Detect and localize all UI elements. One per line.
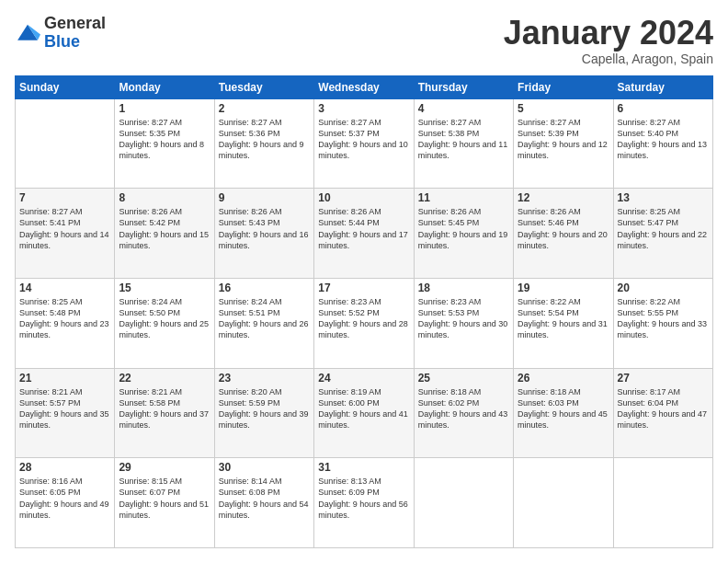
day-info: Sunrise: 8:21 AMSunset: 5:57 PMDaylight:… xyxy=(19,386,110,431)
day-number: 5 xyxy=(518,102,609,115)
calendar-cell: 2Sunrise: 8:27 AMSunset: 5:36 PMDaylight… xyxy=(214,98,313,189)
day-number: 18 xyxy=(418,282,509,294)
calendar-cell: 3Sunrise: 8:27 AMSunset: 5:37 PMDaylight… xyxy=(314,98,414,189)
calendar-cell: 12Sunrise: 8:26 AMSunset: 5:46 PMDayligh… xyxy=(514,189,613,279)
calendar-cell: 14Sunrise: 8:25 AMSunset: 5:48 PMDayligh… xyxy=(16,278,115,368)
weekday-header-monday: Monday xyxy=(115,75,214,98)
calendar-cell: 13Sunrise: 8:25 AMSunset: 5:47 PMDayligh… xyxy=(613,189,712,279)
day-info: Sunrise: 8:18 AMSunset: 6:02 PMDaylight:… xyxy=(418,386,509,431)
title-block: January 2024 Capella, Aragon, Spain xyxy=(504,15,713,66)
day-info: Sunrise: 8:26 AMSunset: 5:44 PMDaylight:… xyxy=(318,206,409,251)
calendar-cell: 8Sunrise: 8:26 AMSunset: 5:42 PMDaylight… xyxy=(115,189,214,279)
calendar-cell: 27Sunrise: 8:17 AMSunset: 6:04 PMDayligh… xyxy=(613,368,712,458)
day-number: 9 xyxy=(219,191,310,204)
calendar-cell: 4Sunrise: 8:27 AMSunset: 5:38 PMDaylight… xyxy=(414,98,513,189)
day-info: Sunrise: 8:25 AMSunset: 5:47 PMDaylight:… xyxy=(618,206,709,251)
calendar-cell xyxy=(16,98,115,189)
day-info: Sunrise: 8:13 AMSunset: 6:09 PMDaylight:… xyxy=(318,476,409,521)
location-subtitle: Capella, Aragon, Spain xyxy=(504,52,713,66)
day-number: 15 xyxy=(119,282,210,294)
day-number: 14 xyxy=(19,282,110,294)
day-number: 19 xyxy=(518,282,609,294)
calendar-cell: 10Sunrise: 8:26 AMSunset: 5:44 PMDayligh… xyxy=(314,189,414,279)
day-info: Sunrise: 8:27 AMSunset: 5:41 PMDaylight:… xyxy=(19,206,110,251)
calendar-cell: 22Sunrise: 8:21 AMSunset: 5:58 PMDayligh… xyxy=(115,368,214,458)
day-info: Sunrise: 8:24 AMSunset: 5:51 PMDaylight:… xyxy=(219,296,310,341)
day-info: Sunrise: 8:26 AMSunset: 5:42 PMDaylight:… xyxy=(119,206,210,251)
day-number: 1 xyxy=(119,102,210,115)
day-info: Sunrise: 8:22 AMSunset: 5:55 PMDaylight:… xyxy=(618,296,709,341)
logo-icon xyxy=(15,20,40,46)
day-info: Sunrise: 8:25 AMSunset: 5:48 PMDaylight:… xyxy=(19,296,110,341)
day-number: 21 xyxy=(19,372,110,385)
weekday-header-wednesday: Wednesday xyxy=(314,75,414,98)
day-number: 27 xyxy=(618,372,709,385)
calendar-week-row: 21Sunrise: 8:21 AMSunset: 5:57 PMDayligh… xyxy=(16,368,713,458)
day-number: 6 xyxy=(618,102,709,115)
day-info: Sunrise: 8:27 AMSunset: 5:40 PMDaylight:… xyxy=(618,117,709,162)
day-info: Sunrise: 8:27 AMSunset: 5:36 PMDaylight:… xyxy=(219,117,310,162)
calendar-cell: 28Sunrise: 8:16 AMSunset: 6:05 PMDayligh… xyxy=(16,458,115,548)
day-number: 13 xyxy=(618,191,709,204)
day-number: 23 xyxy=(219,372,310,385)
calendar-cell: 29Sunrise: 8:15 AMSunset: 6:07 PMDayligh… xyxy=(115,458,214,548)
weekday-header-row: SundayMondayTuesdayWednesdayThursdayFrid… xyxy=(16,75,713,98)
calendar-cell: 9Sunrise: 8:26 AMSunset: 5:43 PMDaylight… xyxy=(214,189,313,279)
day-number: 22 xyxy=(119,372,210,385)
logo: General Blue xyxy=(15,15,106,52)
calendar-week-row: 28Sunrise: 8:16 AMSunset: 6:05 PMDayligh… xyxy=(16,458,713,548)
day-info: Sunrise: 8:27 AMSunset: 5:37 PMDaylight:… xyxy=(318,117,409,162)
day-info: Sunrise: 8:26 AMSunset: 5:43 PMDaylight:… xyxy=(219,206,310,251)
day-info: Sunrise: 8:27 AMSunset: 5:39 PMDaylight:… xyxy=(518,117,609,162)
day-number: 31 xyxy=(318,461,409,474)
calendar-cell: 1Sunrise: 8:27 AMSunset: 5:35 PMDaylight… xyxy=(115,98,214,189)
day-number: 30 xyxy=(219,461,310,474)
calendar-cell: 6Sunrise: 8:27 AMSunset: 5:40 PMDaylight… xyxy=(613,98,712,189)
month-title: January 2024 xyxy=(504,15,713,52)
logo-blue: Blue xyxy=(44,33,106,52)
calendar-cell: 11Sunrise: 8:26 AMSunset: 5:45 PMDayligh… xyxy=(414,189,513,279)
day-number: 8 xyxy=(119,191,210,204)
calendar-cell: 20Sunrise: 8:22 AMSunset: 5:55 PMDayligh… xyxy=(613,278,712,368)
day-number: 28 xyxy=(19,461,110,474)
day-number: 25 xyxy=(418,372,509,385)
day-number: 10 xyxy=(318,191,409,204)
weekday-header-thursday: Thursday xyxy=(414,75,513,98)
calendar-cell: 24Sunrise: 8:19 AMSunset: 6:00 PMDayligh… xyxy=(314,368,414,458)
day-number: 17 xyxy=(318,282,409,294)
calendar-week-row: 7Sunrise: 8:27 AMSunset: 5:41 PMDaylight… xyxy=(16,189,713,279)
calendar-cell: 5Sunrise: 8:27 AMSunset: 5:39 PMDaylight… xyxy=(514,98,613,189)
day-info: Sunrise: 8:24 AMSunset: 5:50 PMDaylight:… xyxy=(119,296,210,341)
day-info: Sunrise: 8:16 AMSunset: 6:05 PMDaylight:… xyxy=(19,476,110,521)
day-info: Sunrise: 8:21 AMSunset: 5:58 PMDaylight:… xyxy=(119,386,210,431)
day-info: Sunrise: 8:22 AMSunset: 5:54 PMDaylight:… xyxy=(518,296,609,341)
day-info: Sunrise: 8:27 AMSunset: 5:38 PMDaylight:… xyxy=(418,117,509,162)
day-number: 12 xyxy=(518,191,609,204)
day-info: Sunrise: 8:14 AMSunset: 6:08 PMDaylight:… xyxy=(219,476,310,521)
day-number: 16 xyxy=(219,282,310,294)
day-number: 11 xyxy=(418,191,509,204)
day-number: 3 xyxy=(318,102,409,115)
calendar-cell: 7Sunrise: 8:27 AMSunset: 5:41 PMDaylight… xyxy=(16,189,115,279)
calendar-week-row: 14Sunrise: 8:25 AMSunset: 5:48 PMDayligh… xyxy=(16,278,713,368)
calendar-cell: 25Sunrise: 8:18 AMSunset: 6:02 PMDayligh… xyxy=(414,368,513,458)
day-info: Sunrise: 8:23 AMSunset: 5:53 PMDaylight:… xyxy=(418,296,509,341)
calendar-week-row: 1Sunrise: 8:27 AMSunset: 5:35 PMDaylight… xyxy=(16,98,713,189)
day-info: Sunrise: 8:18 AMSunset: 6:03 PMDaylight:… xyxy=(518,386,609,431)
logo-text: General Blue xyxy=(44,15,106,52)
day-number: 29 xyxy=(119,461,210,474)
calendar-cell: 23Sunrise: 8:20 AMSunset: 5:59 PMDayligh… xyxy=(214,368,313,458)
calendar-cell xyxy=(514,458,613,548)
day-number: 24 xyxy=(318,372,409,385)
day-info: Sunrise: 8:26 AMSunset: 5:46 PMDaylight:… xyxy=(518,206,609,251)
weekday-header-saturday: Saturday xyxy=(613,75,712,98)
calendar-cell: 31Sunrise: 8:13 AMSunset: 6:09 PMDayligh… xyxy=(314,458,414,548)
calendar-cell: 18Sunrise: 8:23 AMSunset: 5:53 PMDayligh… xyxy=(414,278,513,368)
header: General Blue January 2024 Capella, Arago… xyxy=(15,15,713,66)
calendar-cell: 30Sunrise: 8:14 AMSunset: 6:08 PMDayligh… xyxy=(214,458,313,548)
logo-general: General xyxy=(44,15,106,33)
day-info: Sunrise: 8:20 AMSunset: 5:59 PMDaylight:… xyxy=(219,386,310,431)
weekday-header-tuesday: Tuesday xyxy=(214,75,313,98)
calendar-cell: 19Sunrise: 8:22 AMSunset: 5:54 PMDayligh… xyxy=(514,278,613,368)
weekday-header-friday: Friday xyxy=(514,75,613,98)
